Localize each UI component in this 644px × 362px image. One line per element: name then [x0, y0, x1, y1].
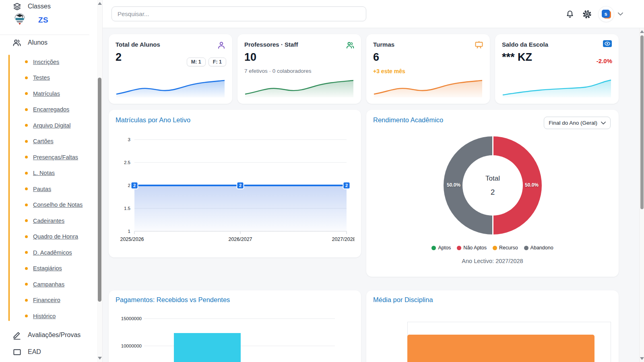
school-abbr: ZS	[38, 16, 48, 25]
sidebar-item-alunos[interactable]: Alunos	[12, 36, 47, 49]
main-content: Total de Alunos 2 M: 1 F: 1 Professores …	[103, 28, 644, 362]
legend-item-recurso[interactable]: Recurso	[493, 245, 518, 251]
badge-male: M: 1	[187, 58, 206, 66]
svg-text:1.5: 1.5	[124, 206, 130, 211]
user-avatar[interactable]: s	[599, 6, 614, 22]
person-icon	[217, 40, 226, 50]
donut-chart: Total 2 50.0% 50.0%	[444, 136, 542, 234]
sparkline-cyan	[502, 79, 612, 97]
sidebar-item-avaliacoes-provas[interactable]: Avaliações/Provas	[12, 329, 80, 341]
topbar: s	[103, 0, 644, 28]
sidebar-item-campanhas[interactable]: Campanhas	[0, 276, 97, 292]
sidebar-item-financeiro[interactable]: Financeiro	[0, 292, 97, 309]
svg-text:3: 3	[128, 137, 130, 142]
gear-icon[interactable]	[582, 9, 592, 19]
students-icon	[12, 38, 22, 47]
search-input[interactable]	[111, 6, 366, 21]
chart-card-pagamentos: Pagamentos: Recebidos vs Pendentes 15000…	[109, 290, 361, 362]
bullet-icon	[25, 283, 28, 286]
sparkline-blue	[116, 79, 225, 97]
stat-delta: -2.0%	[597, 58, 612, 64]
bullet-icon	[25, 299, 28, 302]
school-brand[interactable]: ZS	[12, 11, 48, 29]
sidebar-item-quadro-de-honra[interactable]: Quadro de Honra	[0, 229, 97, 245]
sidebar-item-label: Alunos	[28, 39, 47, 46]
sidebar-item-d-academicos[interactable]: D. Acadêmicos	[0, 245, 97, 261]
svg-text:2: 2	[239, 183, 242, 188]
chart-title: Matrículas por Ano Letivo	[116, 116, 190, 124]
legend-item-aptos[interactable]: Aptos	[431, 245, 451, 251]
sidebar-item-classes[interactable]: Classes	[12, 1, 51, 12]
sidebar-item-cadeirantes[interactable]: Cadeirantes	[0, 213, 97, 229]
chart-card-matriculas: Matrículas por Ano Letivo 3 2.5 2 1.5 1	[109, 110, 361, 257]
bullet-icon	[25, 172, 28, 175]
legend-dot	[431, 246, 436, 250]
svg-text:2: 2	[345, 183, 348, 188]
chevron-down-icon	[601, 121, 606, 125]
legend-item-abandono[interactable]: Abandono	[524, 245, 553, 251]
page-scrollbar-thumb[interactable]	[640, 35, 644, 209]
scroll-up-icon[interactable]	[640, 30, 644, 33]
legend-dot	[524, 246, 528, 250]
stat-subtitle: +3 este mês	[373, 68, 405, 74]
donut-footer: Ano Lectivo: 2027/2028	[366, 258, 619, 264]
sidebar-scrollbar[interactable]	[97, 0, 102, 362]
stat-value: *** KZ	[502, 51, 532, 64]
sidebar-item-cartoes[interactable]: Cartões	[0, 134, 97, 150]
sidebar-item-conselho-de-notas[interactable]: Conselho de Notas	[0, 197, 97, 213]
stat-card-saldo-escola: Saldo da Escola *** KZ -2.0%	[495, 34, 619, 104]
page-scrollbar[interactable]	[639, 28, 644, 362]
stat-value: 10	[244, 51, 256, 64]
chart-title: Média por Disciplina	[373, 296, 433, 304]
bullet-icon	[25, 204, 28, 206]
svg-text:10000000: 10000000	[121, 343, 142, 348]
data-point: 2	[343, 182, 350, 189]
eye-icon[interactable]	[603, 40, 613, 50]
scroll-down-icon[interactable]	[640, 357, 644, 360]
svg-text:1: 1	[128, 229, 130, 234]
donut-legend: Aptos Não Aptos Recurso Abandono	[366, 245, 619, 251]
data-point: 2	[237, 182, 244, 189]
payments-bar-chart: 15000000 10000000	[109, 308, 361, 362]
sidebar-item-arquivo-digital[interactable]: Arquivo Digital	[0, 117, 97, 134]
stat-value: 2	[116, 51, 122, 64]
dashboard-app: Classes ZS Alunos	[0, 0, 644, 362]
sidebar-item-inscricoes[interactable]: Inscrições	[0, 54, 97, 70]
sidebar-item-historico[interactable]: Histórico	[0, 308, 97, 324]
sidebar-item-label: Classes	[28, 3, 51, 10]
sidebar-item-presencas-faltas[interactable]: Presenças/Faltas	[0, 149, 97, 165]
legend-dot	[493, 246, 497, 250]
sidebar-item-matriculas[interactable]: Matrículas	[0, 86, 97, 102]
bar-recebidos	[174, 333, 241, 362]
bell-icon[interactable]	[565, 9, 575, 19]
sidebar-scrollbar-thumb[interactable]	[98, 78, 101, 302]
monitor-icon	[12, 347, 22, 357]
chart-card-rendimento: Rendimento Acadêmico Final do Ano (Geral…	[366, 110, 619, 277]
sparkline-orange	[373, 79, 483, 97]
bullet-icon	[25, 187, 28, 190]
sidebar-item-pautas[interactable]: Pautas	[0, 181, 97, 197]
stat-subtitle: 7 efetivos · 0 colaboradores	[244, 68, 312, 74]
sidebar-divider	[0, 35, 89, 35]
badge-female: F: 1	[208, 58, 226, 66]
svg-text:2.5: 2.5	[124, 160, 130, 165]
sidebar-item-ead[interactable]: EAD	[12, 346, 41, 358]
legend-item-nao-aptos[interactable]: Não Aptos	[457, 245, 487, 251]
period-filter-dropdown[interactable]: Final do Ano (Geral)	[544, 117, 611, 129]
bullet-icon	[25, 315, 28, 317]
bullet-icon	[25, 140, 28, 143]
scroll-up-icon[interactable]	[98, 2, 102, 5]
sidebar: Classes ZS Alunos	[0, 0, 103, 362]
sidebar-item-label: EAD	[28, 348, 41, 356]
scroll-down-icon[interactable]	[98, 357, 102, 360]
sidebar-item-estagiarios[interactable]: Estagiários	[0, 261, 97, 277]
chevron-down-icon[interactable]	[617, 9, 623, 19]
sparkline-green	[244, 79, 354, 97]
sidebar-item-testes[interactable]: Testes	[0, 70, 97, 86]
stat-card-professores-staff: Professores · Staff 10 7 efetivos · 0 co…	[237, 34, 361, 104]
legend-dot	[457, 246, 461, 250]
sidebar-item-encarregados[interactable]: Encarregados	[0, 102, 97, 118]
sidebar-item-l-notas[interactable]: L. Notas	[0, 165, 97, 181]
topbar-actions: s	[565, 0, 623, 28]
bullet-icon	[25, 108, 28, 111]
